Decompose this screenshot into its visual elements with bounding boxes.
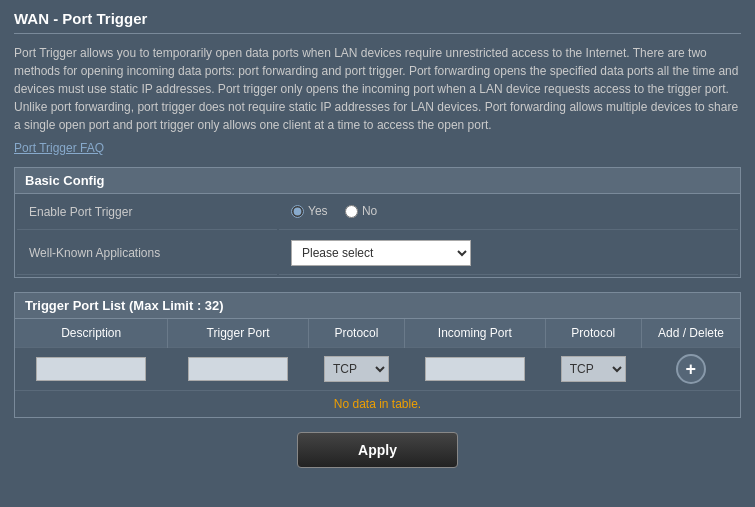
col-add-delete: Add / Delete [642,319,740,348]
basic-config-section: Basic Config Enable Port Trigger Yes No … [14,167,741,278]
description-input[interactable] [36,357,146,381]
enable-port-trigger-label: Enable Port Trigger [17,196,277,230]
protocol-1-select[interactable]: TCP UDP [324,356,389,382]
description-cell [15,347,168,390]
col-incoming-port: Incoming Port [405,319,545,348]
trigger-table-wrapper: Description Trigger Port Protocol Incomi… [14,319,741,418]
trigger-table-input-row: TCP UDP TCP UDP + [15,347,740,390]
well-known-apps-control: Please select [279,232,738,275]
no-data-text: No data in table. [15,390,740,417]
incoming-port-input[interactable] [425,357,525,381]
no-data-row: No data in table. [15,390,740,417]
trigger-port-input[interactable] [188,357,288,381]
trigger-table: Description Trigger Port Protocol Incomi… [15,319,740,417]
radio-no[interactable] [345,205,358,218]
page-title: WAN - Port Trigger [14,10,741,34]
basic-config-table: Enable Port Trigger Yes No Well-Known Ap… [14,194,741,278]
apply-button[interactable]: Apply [297,432,458,468]
trigger-port-list-header: Trigger Port List (Max Limit : 32) [14,292,741,319]
protocol-1-cell: TCP UDP [308,347,404,390]
add-delete-cell: + [642,347,740,390]
well-known-apps-select[interactable]: Please select [291,240,471,266]
basic-config-header: Basic Config [14,167,741,194]
well-known-apps-label: Well-Known Applications [17,232,277,275]
enable-port-trigger-row: Enable Port Trigger Yes No [17,196,738,230]
description-text: Port Trigger allows you to temporarily o… [14,44,741,134]
col-description: Description [15,319,168,348]
trigger-port-cell [168,347,308,390]
trigger-table-header-row: Description Trigger Port Protocol Incomi… [15,319,740,348]
apply-section: Apply [14,432,741,468]
radio-yes-label[interactable]: Yes [291,204,328,218]
well-known-apps-row: Well-Known Applications Please select [17,232,738,275]
col-protocol-2: Protocol [545,319,641,348]
col-protocol-1: Protocol [308,319,404,348]
radio-no-label[interactable]: No [345,204,377,218]
enable-port-trigger-controls: Yes No [279,196,738,230]
protocol-2-cell: TCP UDP [545,347,641,390]
radio-yes[interactable] [291,205,304,218]
incoming-port-cell [405,347,545,390]
col-trigger-port: Trigger Port [168,319,308,348]
trigger-port-list-section: Trigger Port List (Max Limit : 32) Descr… [14,292,741,418]
faq-link[interactable]: Port Trigger FAQ [14,141,104,155]
add-row-button[interactable]: + [676,354,706,384]
protocol-2-select[interactable]: TCP UDP [561,356,626,382]
